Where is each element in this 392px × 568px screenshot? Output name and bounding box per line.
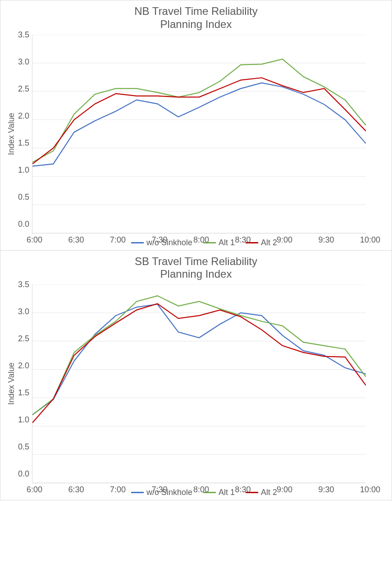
series-line xyxy=(32,78,366,164)
legend-swatch xyxy=(131,492,144,493)
x-tick-label: 7:30 xyxy=(152,235,168,245)
y-tick-label: 1.5 xyxy=(18,138,29,147)
y-tick-label: 2.0 xyxy=(18,111,29,120)
x-tick-label: 7:00 xyxy=(110,485,126,495)
x-tick-label: 7:00 xyxy=(110,235,126,245)
series-line xyxy=(32,304,366,423)
x-tick-label: 6:30 xyxy=(68,235,84,245)
x-tick-label: 8:00 xyxy=(193,235,209,245)
legend-label: Alt 2 xyxy=(261,238,277,247)
series-line xyxy=(32,304,366,415)
y-tick-label: 2.5 xyxy=(18,84,29,93)
y-tick-label: 0.0 xyxy=(18,220,29,229)
y-tick-label: 3.0 xyxy=(18,307,29,316)
x-tick-label: 9:30 xyxy=(319,235,334,245)
x-tick-label: 9:30 xyxy=(319,485,334,495)
x-tick-label: 7:30 xyxy=(152,485,168,495)
y-axis-label: Index Value xyxy=(5,35,18,234)
legend-swatch xyxy=(131,242,144,243)
y-axis-ticks: 3.53.02.52.01.51.00.50.0 xyxy=(18,280,32,478)
chart-sb: SB Travel Time ReliabilityPlanning Index… xyxy=(0,251,392,501)
y-axis-label: Index Value xyxy=(5,284,18,483)
y-tick-label: 3.0 xyxy=(18,57,29,66)
x-tick-label: 9:00 xyxy=(277,235,292,245)
plot-area xyxy=(32,35,366,234)
legend-label: Alt 1 xyxy=(219,238,235,247)
y-tick-label: 1.0 xyxy=(18,415,29,424)
x-tick-label: 6:00 xyxy=(27,485,42,495)
x-tick-label: 10:00 xyxy=(360,235,380,245)
plot-area xyxy=(32,284,366,483)
chart-title: NB Travel Time ReliabilityPlanning Index xyxy=(5,5,387,31)
x-tick-label: 9:00 xyxy=(277,485,292,495)
x-tick-label: 8:00 xyxy=(193,485,209,495)
y-tick-label: 2.0 xyxy=(18,361,29,370)
y-tick-label: 0.0 xyxy=(18,469,29,478)
y-tick-label: 0.5 xyxy=(18,192,29,202)
series-line xyxy=(32,82,366,166)
y-tick-label: 3.5 xyxy=(18,280,29,289)
x-tick-label: 10:00 xyxy=(360,485,380,495)
y-tick-label: 1.0 xyxy=(18,165,29,174)
legend-label: Alt 2 xyxy=(261,488,277,497)
chart-nb: NB Travel Time ReliabilityPlanning Index… xyxy=(0,0,392,251)
x-tick-label: 8:30 xyxy=(235,235,251,245)
y-tick-label: 0.5 xyxy=(18,442,29,451)
y-tick-label: 2.5 xyxy=(18,334,29,343)
x-tick-label: 8:30 xyxy=(235,485,251,495)
legend-label: Alt 1 xyxy=(219,488,235,497)
x-tick-label: 6:30 xyxy=(68,485,84,495)
y-axis-ticks: 3.53.02.52.01.51.00.50.0 xyxy=(18,30,32,229)
chart-title: SB Travel Time ReliabilityPlanning Index xyxy=(5,255,387,281)
x-tick-label: 6:00 xyxy=(27,235,42,245)
series-line xyxy=(32,59,366,162)
y-tick-label: 1.5 xyxy=(18,388,29,397)
y-tick-label: 3.5 xyxy=(18,30,29,39)
